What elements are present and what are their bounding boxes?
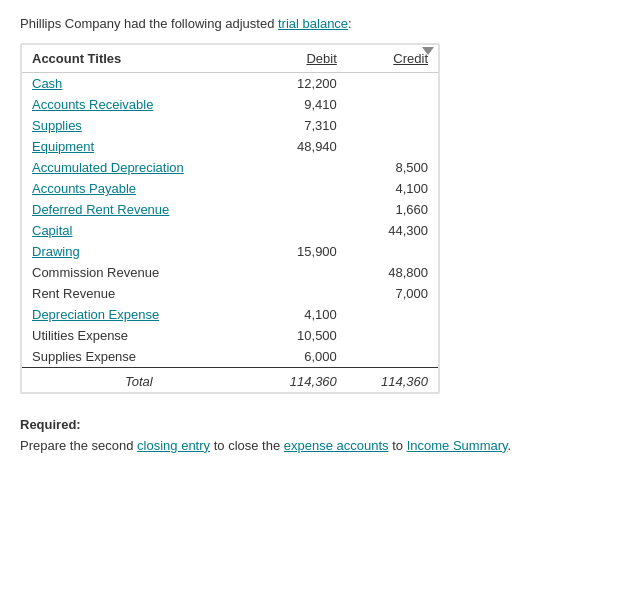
credit-value: 44,300 — [347, 220, 438, 241]
closing-entry-link[interactable]: closing entry — [137, 438, 210, 453]
credit-value: 1,660 — [347, 199, 438, 220]
account-cell[interactable]: Accumulated Depreciation — [22, 157, 256, 178]
account-cell[interactable]: Drawing — [22, 241, 256, 262]
debit-value: 9,410 — [256, 94, 347, 115]
debit-value — [256, 262, 347, 283]
credit-value: 4,100 — [347, 178, 438, 199]
instruction-post: to — [389, 438, 407, 453]
account-cell[interactable]: Cash — [22, 73, 256, 95]
account-cell[interactable]: Deferred Rent Revenue — [22, 199, 256, 220]
debit-header: Debit — [256, 45, 347, 73]
credit-value — [347, 115, 438, 136]
total-label: Total — [22, 368, 256, 393]
table-row: Accumulated Depreciation8,500 — [22, 157, 438, 178]
instruction-paragraph: Prepare the second closing entry to clos… — [20, 436, 602, 457]
debit-value: 6,000 — [256, 346, 347, 368]
instruction-end: . — [508, 438, 512, 453]
table-row: Depreciation Expense4,100 — [22, 304, 438, 325]
credit-value — [347, 346, 438, 368]
debit-value — [256, 220, 347, 241]
account-cell[interactable]: Equipment — [22, 136, 256, 157]
table-row: Accounts Receivable9,410 — [22, 94, 438, 115]
income-summary-link[interactable]: Income Summary — [407, 438, 508, 453]
account-cell: Utilities Expense — [22, 325, 256, 346]
debit-value — [256, 178, 347, 199]
table-row: Deferred Rent Revenue1,660 — [22, 199, 438, 220]
credit-value — [347, 94, 438, 115]
debit-value: 12,200 — [256, 73, 347, 95]
debit-value — [256, 199, 347, 220]
intro-paragraph: Phillips Company had the following adjus… — [20, 16, 602, 31]
table-row: Capital44,300 — [22, 220, 438, 241]
credit-header: Credit — [347, 45, 438, 73]
intro-text: Phillips Company had the following adjus… — [20, 16, 278, 31]
credit-value: 7,000 — [347, 283, 438, 304]
credit-value — [347, 136, 438, 157]
required-label: Required: — [20, 417, 81, 432]
table-row: Cash12,200 — [22, 73, 438, 95]
table-row: Accounts Payable4,100 — [22, 178, 438, 199]
table-row: Drawing15,900 — [22, 241, 438, 262]
debit-value — [256, 157, 347, 178]
instruction-mid: to close the — [210, 438, 284, 453]
expense-accounts-link[interactable]: expense accounts — [284, 438, 389, 453]
credit-value — [347, 73, 438, 95]
instruction-pre: Prepare the second — [20, 438, 137, 453]
account-cell[interactable]: Capital — [22, 220, 256, 241]
credit-value: 48,800 — [347, 262, 438, 283]
table-row: Supplies7,310 — [22, 115, 438, 136]
total-credit: 114,360 — [347, 368, 438, 393]
credit-value — [347, 325, 438, 346]
account-cell[interactable]: Accounts Receivable — [22, 94, 256, 115]
account-cell[interactable]: Accounts Payable — [22, 178, 256, 199]
total-row: Total114,360114,360 — [22, 368, 438, 393]
debit-value: 15,900 — [256, 241, 347, 262]
table-row: Commission Revenue48,800 — [22, 262, 438, 283]
total-debit: 114,360 — [256, 368, 347, 393]
account-cell[interactable]: Supplies — [22, 115, 256, 136]
account-cell[interactable]: Depreciation Expense — [22, 304, 256, 325]
trial-balance-table-wrapper: Account Titles Debit Credit Cash12,200Ac… — [20, 43, 440, 394]
bottom-section: Required: Prepare the second closing ent… — [20, 415, 602, 457]
debit-value: 7,310 — [256, 115, 347, 136]
table-header-row: Account Titles Debit Credit — [22, 45, 438, 73]
debit-value: 4,100 — [256, 304, 347, 325]
intro-after: : — [348, 16, 352, 31]
table-row: Equipment48,940 — [22, 136, 438, 157]
required-paragraph: Required: — [20, 415, 602, 436]
trial-balance-link[interactable]: trial balance — [278, 16, 348, 31]
credit-value — [347, 241, 438, 262]
debit-value: 48,940 — [256, 136, 347, 157]
debit-value — [256, 283, 347, 304]
debit-value: 10,500 — [256, 325, 347, 346]
account-cell: Rent Revenue — [22, 283, 256, 304]
account-titles-header: Account Titles — [22, 45, 256, 73]
credit-value — [347, 304, 438, 325]
account-cell: Commission Revenue — [22, 262, 256, 283]
credit-value: 8,500 — [347, 157, 438, 178]
trial-balance-table: Account Titles Debit Credit Cash12,200Ac… — [22, 45, 438, 392]
table-row: Utilities Expense10,500 — [22, 325, 438, 346]
table-row: Supplies Expense6,000 — [22, 346, 438, 368]
table-row: Rent Revenue7,000 — [22, 283, 438, 304]
account-cell: Supplies Expense — [22, 346, 256, 368]
